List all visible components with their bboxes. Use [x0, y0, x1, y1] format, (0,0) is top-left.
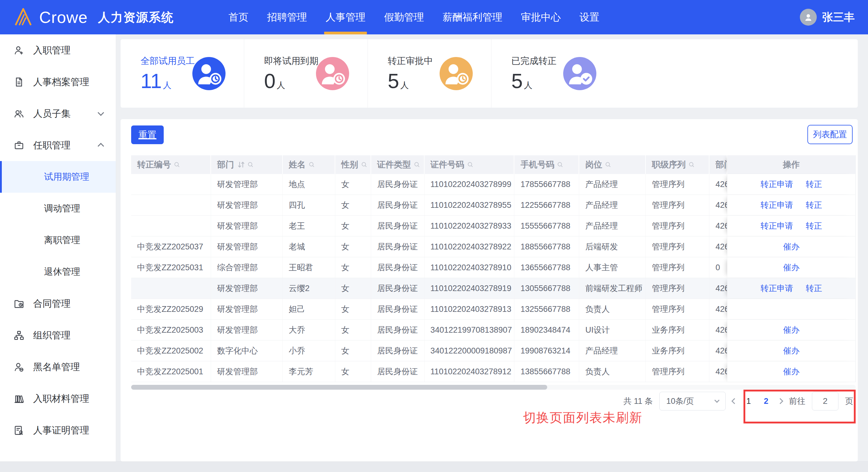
- table-row[interactable]: 中竞发ZZ2025029 研发管理部 妲己 女 居民身份证 1101022024…: [131, 299, 855, 320]
- reset-button[interactable]: 重置: [131, 125, 164, 144]
- cell-gender: 女: [335, 216, 371, 236]
- page-size-select[interactable]: 10条/页: [659, 392, 726, 411]
- stat-info: 全部试用员工 11人: [141, 55, 192, 92]
- next-page-icon[interactable]: [777, 398, 783, 404]
- search-icon[interactable]: [605, 161, 612, 168]
- crowe-logo-icon: [13, 7, 33, 27]
- sidebar-item-label: 人事档案管理: [33, 76, 89, 88]
- search-icon[interactable]: [174, 161, 180, 168]
- cell-name: 地点: [283, 174, 335, 195]
- sidebar-item[interactable]: 任职管理: [0, 129, 116, 161]
- sidebar-item[interactable]: 入职管理: [0, 34, 116, 66]
- search-icon[interactable]: [467, 161, 474, 168]
- cell-id-number: 110102202403278955: [425, 195, 515, 215]
- action-link-apply[interactable]: 转正申请: [761, 220, 793, 231]
- col-header-id-type[interactable]: 证件类型: [371, 155, 425, 174]
- search-icon[interactable]: [247, 161, 254, 168]
- col-header-clipped[interactable]: 部门: [709, 155, 727, 174]
- stat-person-icon: [440, 57, 473, 90]
- sidebar-item[interactable]: 合同管理: [0, 288, 116, 319]
- top-menu-item[interactable]: 人事管理: [316, 0, 375, 34]
- table-row[interactable]: 研发管理部 云缨2 女 居民身份证 110102202403278919 130…: [131, 278, 855, 299]
- search-icon[interactable]: [361, 161, 368, 168]
- table-row[interactable]: 研发管理部 老王 女 居民身份证 110102202403278933 1555…: [131, 216, 855, 236]
- scrollbar-thumb[interactable]: [131, 385, 547, 390]
- goto-page-input[interactable]: [812, 392, 838, 411]
- page-number-1[interactable]: 1: [743, 396, 754, 406]
- table-row[interactable]: 中竞发ZZ2025002 数字化中心 小乔 女 居民身份证 3401222000…: [131, 341, 855, 361]
- col-header-post[interactable]: 岗位: [579, 155, 646, 174]
- action-link-apply[interactable]: 催办: [783, 262, 800, 273]
- top-menu-item[interactable]: 招聘管理: [258, 0, 316, 34]
- sidebar-item[interactable]: 人事证明管理: [0, 414, 116, 446]
- table-row[interactable]: 研发管理部 地点 女 居民身份证 110102202403278999 1785…: [131, 174, 855, 195]
- action-link-apply[interactable]: 催办: [783, 366, 800, 377]
- col-header-phone[interactable]: 手机号码: [514, 155, 579, 174]
- cell-rank-seq: 管理序列: [646, 278, 709, 299]
- list-config-button[interactable]: 列表配置: [807, 125, 852, 144]
- cell-name: 老王: [283, 216, 335, 236]
- top-menu: 首页 招聘管理 人事管理 假勤管理 薪酬福利管理 审批中心 设置: [219, 0, 609, 34]
- col-header-id-number[interactable]: 证件号码: [425, 155, 515, 174]
- sort-icon[interactable]: [237, 160, 246, 169]
- sidebar-item[interactable]: 离职管理: [0, 225, 116, 256]
- top-menu-item[interactable]: 首页: [219, 0, 258, 34]
- top-menu-item[interactable]: 薪酬福利管理: [433, 0, 512, 34]
- col-header-rank-seq[interactable]: 职级序列: [646, 155, 709, 174]
- page-number-2[interactable]: 2: [761, 396, 772, 406]
- action-link-confirm[interactable]: 转正: [806, 220, 822, 231]
- action-link-apply[interactable]: 转正申请: [761, 200, 793, 210]
- cell-rank-seq: 管理序列: [646, 216, 709, 236]
- top-menu-item[interactable]: 设置: [570, 0, 609, 34]
- table-row[interactable]: 研发管理部 四孔 女 居民身份证 110102202403278955 1225…: [131, 195, 855, 216]
- action-link-apply[interactable]: 转正申请: [761, 179, 793, 190]
- stat-label: 全部试用员工: [141, 55, 192, 67]
- stat-value: 5人: [512, 70, 563, 92]
- action-link-confirm[interactable]: 转正: [806, 283, 822, 294]
- top-menu-item[interactable]: 审批中心: [512, 0, 570, 34]
- sidebar-item[interactable]: 组织管理: [0, 319, 116, 351]
- prev-page-icon[interactable]: [732, 398, 738, 404]
- search-icon[interactable]: [308, 161, 315, 168]
- action-link-confirm[interactable]: 转正: [806, 179, 822, 190]
- cell-actions: 转正申请 转正: [727, 195, 855, 215]
- search-icon[interactable]: [688, 161, 695, 168]
- sidebar-item[interactable]: 人员子集: [0, 98, 116, 129]
- sidebar-item[interactable]: 入职材料管理: [0, 383, 116, 414]
- col-header-gender[interactable]: 性别: [335, 155, 371, 174]
- col-header-name[interactable]: 姓名: [283, 155, 335, 174]
- top-menu-item[interactable]: 假勤管理: [375, 0, 433, 34]
- people-icon: [13, 108, 25, 119]
- col-header-apply-no[interactable]: 转正编号: [131, 155, 211, 174]
- stat-number: 5: [388, 69, 399, 92]
- chevron-up-icon: [98, 143, 104, 149]
- action-link-confirm[interactable]: 转正: [806, 200, 822, 210]
- stat-label: 转正审批中: [388, 55, 440, 67]
- action-link-apply[interactable]: 催办: [783, 241, 800, 252]
- action-link-apply[interactable]: 催办: [783, 345, 800, 356]
- sidebar-item[interactable]: 退休管理: [0, 256, 116, 288]
- sidebar-item[interactable]: 调动管理: [0, 193, 116, 225]
- sidebar-item[interactable]: 黑名单管理: [0, 351, 116, 383]
- table-row[interactable]: 中竞发ZZ2025001 研发管理部 李元芳 女 居民身份证 110102202…: [131, 361, 855, 382]
- stat-item[interactable]: 全部试用员工 11人: [121, 39, 244, 108]
- search-icon[interactable]: [414, 161, 420, 168]
- sidebar-item[interactable]: 人事档案管理: [0, 66, 116, 98]
- stat-item[interactable]: 即将试用到期 0人: [244, 39, 368, 108]
- search-icon[interactable]: [557, 161, 563, 168]
- table-row[interactable]: 中竞发ZZ2025037 研发管理部 老城 女 居民身份证 1101022024…: [131, 236, 855, 257]
- cell-clipped: 4264: [709, 195, 727, 215]
- action-link-apply[interactable]: 转正申请: [761, 283, 793, 294]
- table-row[interactable]: 中竞发ZZ2025031 综合管理部 王昭君 女 居民身份证 110102202…: [131, 257, 855, 278]
- col-header-department[interactable]: 部门: [211, 155, 283, 174]
- cell-actions: 转正申请 转正: [727, 174, 855, 195]
- stat-item[interactable]: 已完成转正 5人: [491, 39, 596, 108]
- horizontal-scrollbar[interactable]: [131, 385, 856, 390]
- sidebar-item[interactable]: 试用期管理: [0, 161, 116, 193]
- table-row[interactable]: 中竞发ZZ2025003 研发管理部 大乔 女 居民身份证 3401221997…: [131, 320, 855, 341]
- action-link-apply[interactable]: 催办: [783, 325, 800, 335]
- brand: Crowe 人力资源系统: [13, 7, 174, 27]
- user-menu[interactable]: 张三丰: [800, 9, 855, 26]
- stat-item[interactable]: 转正审批中 5人: [368, 39, 491, 108]
- top-menu-item-label: 首页: [228, 10, 248, 24]
